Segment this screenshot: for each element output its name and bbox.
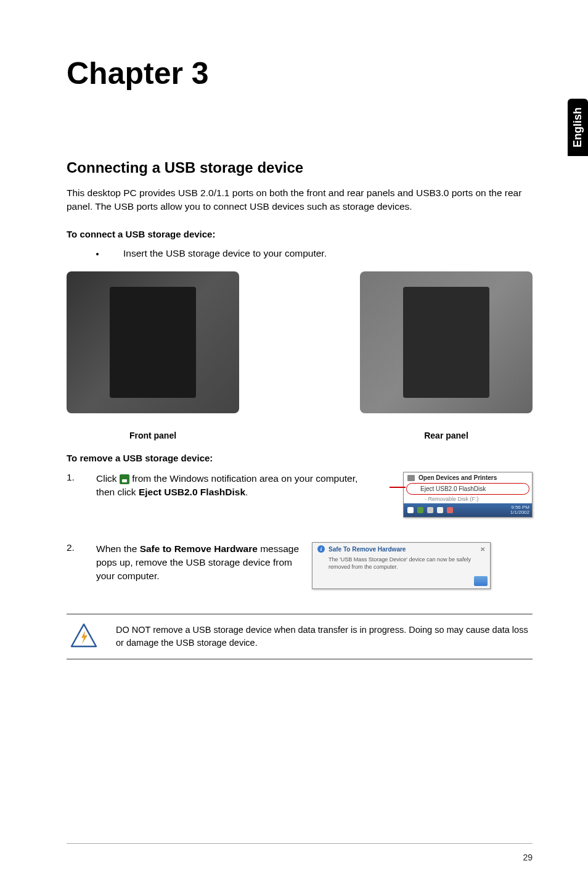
step-text-prefix: When the — [96, 543, 140, 554]
bullet-text: Insert the USB storage device to your co… — [123, 248, 327, 259]
safely-remove-tray-icon — [120, 474, 129, 484]
info-icon: i — [317, 545, 325, 553]
step-1-popup-wrap: Open Devices and Printers Eject USB2.0 F… — [372, 472, 533, 518]
front-panel-figure: Front panel — [67, 271, 239, 440]
step-text: When the Safe to Remove Hardware message… — [96, 542, 300, 588]
intro-paragraph: This desktop PC provides USB 2.0/1.1 por… — [67, 186, 533, 213]
step-text: Click from the Windows notification area… — [96, 472, 372, 518]
popup-body: The 'USB Mass Storage Device' device can… — [312, 555, 490, 574]
taskbar: 9:56 PM 1/1/2002 — [404, 503, 532, 517]
panel-images-row: Front panel Rear panel — [67, 271, 533, 440]
footer-divider — [67, 843, 533, 844]
step-text-suffix: . — [245, 487, 248, 497]
close-icon: ✕ — [480, 546, 485, 553]
rear-panel-label: Rear panel — [424, 431, 468, 440]
remove-heading: To remove a USB storage device: — [67, 453, 533, 463]
taskbar-icon — [437, 507, 443, 513]
eject-flashdisk-row: Eject USB2.0 FlashDisk — [406, 483, 529, 495]
removable-disk-row: - Removable Disk (F:) — [404, 495, 532, 503]
taskbar-icon — [417, 507, 423, 513]
step-text-bold: Safe to Remove Hardware — [140, 543, 258, 554]
front-panel-label: Front panel — [129, 431, 176, 440]
warning-text: DO NOT remove a USB storage device when … — [116, 624, 533, 649]
step-1: 1. Click from the Windows notification a… — [67, 472, 533, 518]
popup-header: i Safe To Remove Hardware ✕ — [312, 543, 490, 555]
warning-icon-wrap — [67, 623, 101, 650]
taskbar-icon — [427, 507, 433, 513]
tower-rear-illustration — [403, 287, 489, 398]
popup-title: Safe To Remove Hardware — [329, 546, 406, 553]
popup-header-left: i Safe To Remove Hardware — [317, 545, 406, 553]
bullet-dot-icon — [96, 253, 99, 255]
language-tab: English — [568, 99, 588, 156]
open-devices-row: Open Devices and Printers — [404, 472, 532, 483]
step-2: 2. When the Safe to Remove Hardware mess… — [67, 542, 533, 588]
rear-panel-image — [360, 271, 533, 413]
warning-callout: DO NOT remove a USB storage device when … — [67, 614, 533, 659]
eject-popup: Open Devices and Printers Eject USB2.0 F… — [403, 472, 533, 518]
safe-remove-popup: i Safe To Remove Hardware ✕ The 'USB Mas… — [312, 542, 491, 588]
popup-footer — [312, 575, 490, 588]
step-text-bold: Eject USB2.0 FlashDisk — [139, 487, 245, 497]
chapter-title: Chapter 3 — [67, 56, 533, 91]
printer-icon — [407, 475, 415, 481]
open-devices-label: Open Devices and Printers — [419, 474, 497, 481]
section-heading: Connecting a USB storage device — [67, 159, 533, 176]
taskbar-icon — [407, 507, 414, 513]
step-number: 1. — [67, 472, 96, 518]
bullet-item: Insert the USB storage device to your co… — [96, 248, 533, 259]
taskbar-clock: 9:56 PM 1/1/2002 — [510, 505, 529, 515]
rear-panel-figure: Rear panel — [360, 271, 533, 440]
step-number: 2. — [67, 542, 96, 588]
tower-front-illustration — [110, 287, 196, 398]
step-2-popup-wrap: i Safe To Remove Hardware ✕ The 'USB Mas… — [300, 542, 491, 588]
front-panel-image — [67, 271, 239, 413]
page-content: Chapter 3 Connecting a USB storage devic… — [0, 0, 588, 684]
taskbar-icon — [447, 507, 453, 513]
lightning-warning-icon — [70, 623, 97, 650]
step-text-prefix: Click — [96, 473, 120, 484]
page-number: 29 — [523, 852, 533, 862]
usb-device-icon — [474, 576, 488, 586]
taskbar-date: 1/1/2002 — [510, 510, 529, 515]
connect-heading: To connect a USB storage device: — [67, 229, 533, 239]
svg-marker-1 — [81, 630, 88, 644]
